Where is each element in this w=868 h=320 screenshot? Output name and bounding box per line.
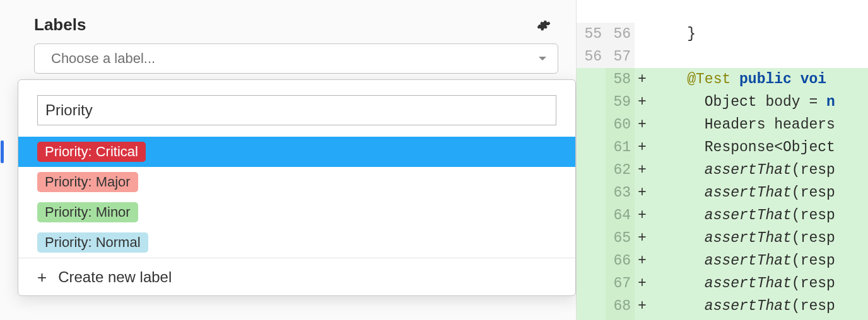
- diff-sign: [635, 45, 650, 68]
- label-chip: Priority: Major: [37, 172, 138, 192]
- line-number-old: 56: [577, 45, 606, 68]
- line-number-new: 60: [606, 113, 635, 136]
- diff-line: 65+ assertThat(resp: [577, 227, 868, 249]
- diff-sign: +: [635, 295, 650, 317]
- diff-line: 64+ assertThat(resp: [577, 204, 868, 227]
- diff-line: 60+ Headers headers: [577, 113, 868, 136]
- line-number-new: 66: [606, 249, 635, 272]
- plus-icon: +: [37, 269, 47, 285]
- line-number-new: 67: [606, 272, 635, 295]
- label-chip: Priority: Minor: [37, 202, 138, 222]
- diff-sign: +: [635, 227, 650, 249]
- code-text: assertThat(resp: [650, 227, 835, 249]
- gear-icon[interactable]: [537, 18, 551, 32]
- label-chip: Priority: Normal: [37, 232, 148, 253]
- labels-dropdown: Priority: CriticalPriority: MajorPriorit…: [18, 79, 576, 296]
- code-text: Response<Object: [650, 136, 835, 159]
- diff-line: 5556 }: [577, 23, 868, 45]
- labels-search-input[interactable]: [37, 95, 556, 125]
- diff-sign: +: [635, 204, 650, 227]
- diff-line: 62+ assertThat(resp: [577, 159, 868, 181]
- diff-sign: [635, 0, 650, 23]
- diff-sign: +: [635, 317, 650, 320]
- label-option[interactable]: Priority: Minor: [18, 197, 575, 227]
- diff-sign: +: [635, 272, 650, 295]
- code-text: @Test public voi: [650, 68, 826, 91]
- diff-line: 59+ Object body = n: [577, 91, 868, 113]
- code-text: assertThat(resp: [650, 181, 835, 204]
- diff-line: 69+ }: [577, 317, 868, 320]
- line-number-new: 56: [606, 23, 635, 45]
- code-diff-panel: 5556 }5657 58+ @Test public voi59+ Objec…: [577, 0, 868, 320]
- line-number-new: 65: [606, 227, 635, 249]
- diff-sign: [635, 23, 650, 45]
- diff-line: 63+ assertThat(resp: [577, 181, 868, 204]
- diff-line: 67+ assertThat(resp: [577, 272, 868, 295]
- diff-sign: +: [635, 68, 650, 91]
- diff-sign: +: [635, 159, 650, 181]
- choose-label-placeholder: Choose a label...: [51, 50, 155, 67]
- line-number-new: 58: [606, 68, 635, 91]
- line-number-new: 61: [606, 136, 635, 159]
- create-new-label-button[interactable]: + Create new label: [18, 258, 575, 295]
- diff-sign: +: [635, 91, 650, 113]
- line-number-new: 59: [606, 91, 635, 113]
- line-number-new: 64: [606, 204, 635, 227]
- code-text: Object body = n: [650, 91, 835, 113]
- diff-sign: +: [635, 249, 650, 272]
- code-text: }: [650, 317, 696, 320]
- line-number-new: 69: [606, 317, 635, 320]
- diff-sign: +: [635, 113, 650, 136]
- code-text: assertThat(resp: [650, 272, 835, 295]
- labels-options-list: Priority: CriticalPriority: MajorPriorit…: [18, 137, 575, 258]
- diff-sign: +: [635, 136, 650, 159]
- code-text: assertThat(resp: [650, 159, 835, 181]
- diff-line: [577, 0, 868, 23]
- label-option[interactable]: Priority: Major: [18, 167, 575, 197]
- labels-sidebar: Labels Choose a label... Priority: Criti…: [0, 0, 577, 320]
- code-text: Headers headers: [650, 113, 835, 136]
- label-chip: Priority: Critical: [37, 142, 146, 162]
- code-text: assertThat(resp: [650, 249, 835, 272]
- labels-search-wrap: [18, 80, 575, 137]
- labels-title: Labels: [34, 15, 86, 35]
- diff-line: 66+ assertThat(resp: [577, 249, 868, 272]
- diff-line: 58+ @Test public voi: [577, 68, 868, 91]
- line-number-new: 62: [606, 159, 635, 181]
- code-text: assertThat(resp: [650, 295, 835, 317]
- line-number-new: 57: [606, 45, 635, 68]
- label-option[interactable]: Priority: Normal: [18, 227, 575, 258]
- label-option[interactable]: Priority: Critical: [18, 137, 575, 167]
- line-number-new: 63: [606, 181, 635, 204]
- line-number-new: 68: [606, 295, 635, 317]
- choose-label-select[interactable]: Choose a label...: [34, 43, 558, 74]
- diff-line: 5657: [577, 45, 868, 68]
- code-text: assertThat(resp: [650, 204, 835, 227]
- create-new-label-text: Create new label: [58, 268, 172, 286]
- diff-line: 68+ assertThat(resp: [577, 295, 868, 317]
- diff-sign: +: [635, 181, 650, 204]
- chevron-down-icon: [539, 57, 546, 60]
- labels-header: Labels: [34, 15, 551, 35]
- line-number-old: 55: [577, 23, 606, 45]
- code-text: }: [650, 23, 696, 45]
- selected-indicator: [1, 140, 4, 163]
- diff-line: 61+ Response<Object: [577, 136, 868, 159]
